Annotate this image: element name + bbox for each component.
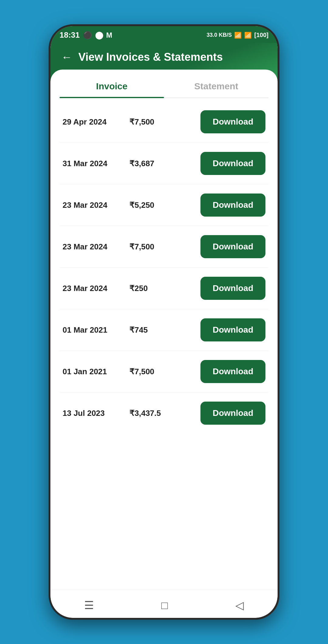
tab-invoice[interactable]: Invoice (60, 73, 164, 98)
table-row: 01 Mar 2021 ₹745 Download (60, 309, 268, 351)
invoice-amount: ₹5,250 (126, 200, 200, 210)
page-title: View Invoices & Statements (78, 51, 223, 63)
download-button[interactable]: Download (200, 318, 265, 341)
home-icon[interactable]: □ (161, 599, 168, 612)
gmail-icon: M (106, 31, 112, 39)
network-speed: 33.0 KB/S (207, 32, 232, 38)
invoice-amount: ₹3,437.5 (126, 409, 200, 418)
volume-down-button[interactable] (49, 160, 50, 184)
signal-icon: 📶 (244, 32, 252, 39)
power-button[interactable] (278, 135, 279, 172)
volume-up-button[interactable] (49, 129, 50, 154)
status-right: 33.0 KB/S 📶 📶 [100] (207, 32, 268, 39)
back-button[interactable]: ← (61, 51, 72, 63)
status-bar: 18:31 ⚫ ⬤ M 33.0 KB/S 📶 📶 [100] (50, 26, 278, 43)
whatsapp-icon: ⚫ (83, 31, 92, 39)
invoice-date: 29 Apr 2024 (63, 117, 126, 127)
download-button[interactable]: Download (200, 277, 265, 300)
invoice-amount: ₹3,687 (126, 159, 200, 168)
invoice-amount: ₹745 (126, 325, 200, 335)
invoice-list: 29 Apr 2024 ₹7,500 Download 31 Mar 2024 … (50, 98, 278, 437)
back-nav-icon[interactable]: ◁ (235, 599, 244, 612)
table-row: 23 Mar 2024 ₹250 Download (60, 268, 268, 309)
table-row: 29 Apr 2024 ₹7,500 Download (60, 101, 268, 143)
status-left: 18:31 ⚫ ⬤ M (60, 30, 112, 40)
table-row: 01 Jan 2021 ₹7,500 Download (60, 351, 268, 392)
table-row: 31 Mar 2024 ₹3,687 Download (60, 143, 268, 184)
invoice-date: 01 Jan 2021 (63, 367, 126, 376)
menu-icon[interactable]: ☰ (84, 599, 94, 612)
phone-frame: 18:31 ⚫ ⬤ M 33.0 KB/S 📶 📶 [100] ← View I… (49, 24, 279, 620)
status-time: 18:31 (60, 30, 80, 40)
phone-screen: 18:31 ⚫ ⬤ M 33.0 KB/S 📶 📶 [100] ← View I… (50, 26, 278, 618)
invoice-date: 23 Mar 2024 (63, 200, 126, 210)
download-button[interactable]: Download (200, 152, 265, 175)
table-row: 13 Jul 2023 ₹3,437.5 Download (60, 392, 268, 434)
dot-icon: ⬤ (95, 31, 103, 39)
wifi-icon: 📶 (234, 32, 242, 39)
invoice-amount: ₹7,500 (126, 367, 200, 376)
table-row: 23 Mar 2024 ₹7,500 Download (60, 226, 268, 268)
nav-bar: ☰ □ ◁ (50, 590, 278, 618)
invoice-date: 31 Mar 2024 (63, 159, 126, 168)
tab-statement[interactable]: Statement (164, 73, 268, 98)
download-button[interactable]: Download (200, 402, 265, 425)
invoice-amount: ₹7,500 (126, 117, 200, 127)
download-button[interactable]: Download (200, 360, 265, 383)
download-button[interactable]: Download (200, 235, 265, 258)
invoice-amount: ₹7,500 (126, 242, 200, 252)
invoice-date: 23 Mar 2024 (63, 284, 126, 293)
battery-icon: [100] (254, 32, 268, 39)
content-card: Invoice Statement 29 Apr 2024 ₹7,500 Dow… (50, 70, 278, 590)
invoice-date: 13 Jul 2023 (63, 409, 126, 418)
download-button[interactable]: Download (200, 110, 265, 133)
invoice-date: 23 Mar 2024 (63, 242, 126, 252)
invoice-date: 01 Mar 2021 (63, 325, 126, 335)
download-button[interactable]: Download (200, 194, 265, 217)
invoice-amount: ₹250 (126, 284, 200, 293)
tab-bar: Invoice Statement (60, 73, 268, 98)
table-row: 23 Mar 2024 ₹5,250 Download (60, 184, 268, 226)
